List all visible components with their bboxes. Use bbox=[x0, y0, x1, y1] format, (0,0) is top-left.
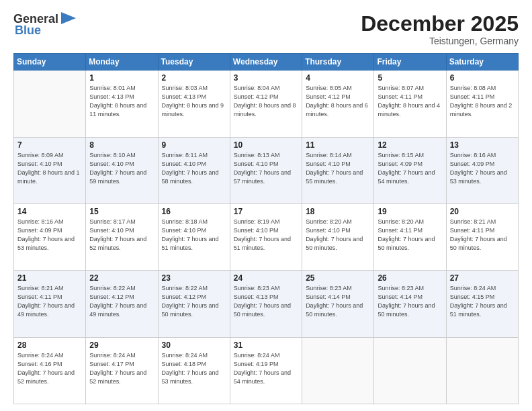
day-number: 9 bbox=[162, 140, 226, 150]
cell-info: Sunrise: 8:03 AMSunset: 4:13 PMDaylight:… bbox=[162, 84, 226, 119]
daylight-text: Daylight: 7 hours and 58 minutes. bbox=[162, 169, 219, 185]
daylight-text: Daylight: 7 hours and 53 minutes. bbox=[162, 369, 219, 385]
calendar-week-row: 21Sunrise: 8:21 AMSunset: 4:11 PMDayligh… bbox=[14, 271, 519, 337]
table-row: 7Sunrise: 8:09 AMSunset: 4:10 PMDaylight… bbox=[14, 137, 86, 203]
cell-info: Sunrise: 8:01 AMSunset: 4:13 PMDaylight:… bbox=[89, 84, 154, 119]
sunset-text: Sunset: 4:15 PM bbox=[450, 293, 495, 300]
header: General Blue December 2025 Teistungen, G… bbox=[13, 12, 519, 46]
cell-info: Sunrise: 8:07 AMSunset: 4:11 PMDaylight:… bbox=[378, 84, 442, 119]
table-row bbox=[446, 337, 518, 404]
sunset-text: Sunset: 4:14 PM bbox=[378, 293, 423, 300]
header-saturday: Saturday bbox=[446, 54, 518, 71]
table-row: 22Sunrise: 8:22 AMSunset: 4:12 PMDayligh… bbox=[86, 271, 158, 337]
sunset-text: Sunset: 4:10 PM bbox=[162, 227, 207, 234]
sunrise-text: Sunrise: 8:22 AM bbox=[162, 285, 208, 291]
sunset-text: Sunset: 4:17 PM bbox=[89, 361, 134, 367]
cell-info: Sunrise: 8:10 AMSunset: 4:10 PMDaylight:… bbox=[89, 151, 154, 186]
daylight-text: Daylight: 7 hours and 50 minutes. bbox=[306, 236, 363, 251]
sunset-text: Sunset: 4:10 PM bbox=[306, 161, 351, 167]
daylight-text: Daylight: 7 hours and 50 minutes. bbox=[378, 236, 435, 251]
sunset-text: Sunset: 4:10 PM bbox=[306, 227, 351, 234]
daylight-text: Daylight: 7 hours and 49 minutes. bbox=[17, 302, 75, 318]
header-monday: Monday bbox=[86, 54, 158, 71]
table-row: 16Sunrise: 8:18 AMSunset: 4:10 PMDayligh… bbox=[158, 203, 230, 270]
table-row: 26Sunrise: 8:23 AMSunset: 4:14 PMDayligh… bbox=[374, 271, 446, 337]
table-row: 6Sunrise: 8:08 AMSunset: 4:11 PMDaylight… bbox=[446, 71, 518, 137]
sunrise-text: Sunrise: 8:24 AM bbox=[234, 352, 280, 359]
sunrise-text: Sunrise: 8:03 AM bbox=[162, 85, 208, 91]
sunset-text: Sunset: 4:10 PM bbox=[234, 161, 279, 167]
sunrise-text: Sunrise: 8:15 AM bbox=[378, 152, 424, 158]
sunrise-text: Sunrise: 8:01 AM bbox=[89, 85, 136, 91]
sunrise-text: Sunrise: 8:18 AM bbox=[162, 218, 208, 225]
sunset-text: Sunset: 4:10 PM bbox=[89, 227, 134, 234]
cell-info: Sunrise: 8:14 AMSunset: 4:10 PMDaylight:… bbox=[306, 151, 370, 186]
sunrise-text: Sunrise: 8:23 AM bbox=[378, 285, 424, 291]
daylight-text: Daylight: 7 hours and 53 minutes. bbox=[450, 169, 507, 185]
sunset-text: Sunset: 4:10 PM bbox=[17, 161, 62, 167]
sunset-text: Sunset: 4:14 PM bbox=[306, 293, 351, 300]
table-row: 23Sunrise: 8:22 AMSunset: 4:12 PMDayligh… bbox=[158, 271, 230, 337]
cell-info: Sunrise: 8:11 AMSunset: 4:10 PMDaylight:… bbox=[162, 151, 226, 186]
day-number: 21 bbox=[17, 273, 82, 283]
day-number: 31 bbox=[234, 340, 298, 350]
table-row: 13Sunrise: 8:16 AMSunset: 4:09 PMDayligh… bbox=[446, 137, 518, 203]
sunrise-text: Sunrise: 8:16 AM bbox=[17, 218, 64, 225]
cell-info: Sunrise: 8:20 AMSunset: 4:10 PMDaylight:… bbox=[306, 218, 370, 253]
daylight-text: Daylight: 7 hours and 52 minutes. bbox=[89, 236, 146, 251]
table-row: 20Sunrise: 8:21 AMSunset: 4:11 PMDayligh… bbox=[446, 203, 518, 270]
sunset-text: Sunset: 4:12 PM bbox=[89, 293, 134, 300]
table-row: 8Sunrise: 8:10 AMSunset: 4:10 PMDaylight… bbox=[86, 137, 158, 203]
cell-info: Sunrise: 8:13 AMSunset: 4:10 PMDaylight:… bbox=[234, 151, 298, 186]
sunset-text: Sunset: 4:12 PM bbox=[162, 293, 207, 300]
day-number: 17 bbox=[234, 207, 298, 216]
day-number: 22 bbox=[89, 273, 154, 283]
location-subtitle: Teistungen, Germany bbox=[361, 36, 519, 46]
calendar-week-row: 14Sunrise: 8:16 AMSunset: 4:09 PMDayligh… bbox=[14, 203, 519, 270]
day-number: 26 bbox=[378, 273, 442, 283]
sunset-text: Sunset: 4:19 PM bbox=[234, 361, 279, 367]
svg-marker-0 bbox=[61, 12, 76, 24]
cell-info: Sunrise: 8:20 AMSunset: 4:11 PMDaylight:… bbox=[378, 218, 442, 253]
day-number: 15 bbox=[89, 207, 154, 216]
table-row: 29Sunrise: 8:24 AMSunset: 4:17 PMDayligh… bbox=[86, 337, 158, 404]
daylight-text: Daylight: 7 hours and 50 minutes. bbox=[306, 302, 363, 318]
cell-info: Sunrise: 8:23 AMSunset: 4:13 PMDaylight:… bbox=[234, 284, 298, 319]
daylight-text: Daylight: 8 hours and 2 minutes. bbox=[450, 102, 513, 118]
day-number: 6 bbox=[450, 73, 515, 83]
header-wednesday: Wednesday bbox=[230, 54, 302, 71]
weekday-header-row: Sunday Monday Tuesday Wednesday Thursday… bbox=[14, 54, 519, 71]
table-row: 4Sunrise: 8:05 AMSunset: 4:12 PMDaylight… bbox=[302, 71, 374, 137]
table-row: 11Sunrise: 8:14 AMSunset: 4:10 PMDayligh… bbox=[302, 137, 374, 203]
sunset-text: Sunset: 4:11 PM bbox=[17, 293, 62, 300]
cell-info: Sunrise: 8:04 AMSunset: 4:12 PMDaylight:… bbox=[234, 84, 298, 119]
sunset-text: Sunset: 4:10 PM bbox=[89, 161, 134, 167]
sunset-text: Sunset: 4:12 PM bbox=[234, 93, 279, 100]
cell-info: Sunrise: 8:08 AMSunset: 4:11 PMDaylight:… bbox=[450, 84, 515, 119]
table-row: 10Sunrise: 8:13 AMSunset: 4:10 PMDayligh… bbox=[230, 137, 302, 203]
sunset-text: Sunset: 4:18 PM bbox=[162, 361, 207, 367]
header-tuesday: Tuesday bbox=[158, 54, 230, 71]
logo: General Blue bbox=[13, 12, 76, 38]
daylight-text: Daylight: 7 hours and 49 minutes. bbox=[89, 302, 146, 318]
header-thursday: Thursday bbox=[302, 54, 374, 71]
sunset-text: Sunset: 4:16 PM bbox=[17, 361, 62, 367]
table-row: 31Sunrise: 8:24 AMSunset: 4:19 PMDayligh… bbox=[230, 337, 302, 404]
table-row: 2Sunrise: 8:03 AMSunset: 4:13 PMDaylight… bbox=[158, 71, 230, 137]
daylight-text: Daylight: 7 hours and 52 minutes. bbox=[17, 369, 75, 385]
sunset-text: Sunset: 4:13 PM bbox=[234, 293, 279, 300]
sunrise-text: Sunrise: 8:16 AM bbox=[450, 152, 496, 158]
daylight-text: Daylight: 8 hours and 9 minutes. bbox=[162, 102, 224, 118]
day-number: 19 bbox=[378, 207, 442, 216]
cell-info: Sunrise: 8:22 AMSunset: 4:12 PMDaylight:… bbox=[89, 284, 154, 319]
sunrise-text: Sunrise: 8:10 AM bbox=[89, 152, 136, 158]
sunrise-text: Sunrise: 8:11 AM bbox=[162, 152, 208, 158]
day-number: 12 bbox=[378, 140, 442, 150]
sunrise-text: Sunrise: 8:21 AM bbox=[450, 218, 496, 225]
logo-icon bbox=[61, 12, 76, 24]
sunrise-text: Sunrise: 8:19 AM bbox=[234, 218, 280, 225]
cell-info: Sunrise: 8:24 AMSunset: 4:19 PMDaylight:… bbox=[234, 351, 298, 386]
table-row: 9Sunrise: 8:11 AMSunset: 4:10 PMDaylight… bbox=[158, 137, 230, 203]
sunrise-text: Sunrise: 8:24 AM bbox=[89, 352, 136, 359]
day-number: 23 bbox=[162, 273, 226, 283]
